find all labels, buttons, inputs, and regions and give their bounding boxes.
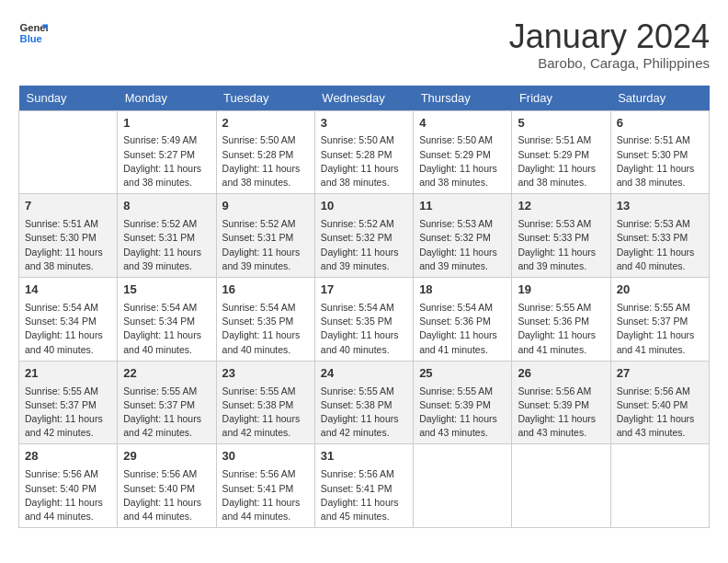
day-number: 31 xyxy=(321,448,407,465)
title-block: January 2024 Barobo, Caraga, Philippines xyxy=(509,18,710,71)
day-info: Sunrise: 5:51 AM Sunset: 5:30 PM Dayligh… xyxy=(25,217,111,273)
weekday-header-tuesday: Tuesday xyxy=(216,86,314,111)
svg-text:Blue: Blue xyxy=(20,33,42,44)
day-number: 3 xyxy=(321,115,407,132)
day-info: Sunrise: 5:52 AM Sunset: 5:31 PM Dayligh… xyxy=(123,217,210,273)
day-number: 19 xyxy=(518,282,604,299)
calendar-cell: 12Sunrise: 5:53 AM Sunset: 5:33 PM Dayli… xyxy=(512,194,610,278)
calendar-cell: 6Sunrise: 5:51 AM Sunset: 5:30 PM Daylig… xyxy=(610,110,709,194)
day-info: Sunrise: 5:52 AM Sunset: 5:31 PM Dayligh… xyxy=(222,217,309,273)
calendar-cell: 18Sunrise: 5:54 AM Sunset: 5:36 PM Dayli… xyxy=(414,278,512,362)
day-number: 4 xyxy=(419,115,506,132)
day-number: 6 xyxy=(617,115,703,132)
calendar-cell: 21Sunrise: 5:55 AM Sunset: 5:37 PM Dayli… xyxy=(19,361,118,444)
day-number: 15 xyxy=(123,282,210,299)
day-number: 12 xyxy=(518,198,604,215)
day-info: Sunrise: 5:54 AM Sunset: 5:36 PM Dayligh… xyxy=(419,301,506,357)
calendar-cell: 22Sunrise: 5:55 AM Sunset: 5:37 PM Dayli… xyxy=(118,361,216,444)
weekday-header-saturday: Saturday xyxy=(610,86,709,111)
calendar-body: 1Sunrise: 5:49 AM Sunset: 5:27 PM Daylig… xyxy=(19,110,710,528)
day-number: 18 xyxy=(419,282,506,299)
calendar-cell: 15Sunrise: 5:54 AM Sunset: 5:34 PM Dayli… xyxy=(118,278,216,362)
calendar-header: SundayMondayTuesdayWednesdayThursdayFrid… xyxy=(19,86,710,111)
day-info: Sunrise: 5:55 AM Sunset: 5:38 PM Dayligh… xyxy=(321,385,407,441)
day-info: Sunrise: 5:50 AM Sunset: 5:29 PM Dayligh… xyxy=(419,133,506,190)
day-number: 10 xyxy=(321,198,407,215)
day-info: Sunrise: 5:56 AM Sunset: 5:40 PM Dayligh… xyxy=(25,467,111,523)
day-info: Sunrise: 5:54 AM Sunset: 5:35 PM Dayligh… xyxy=(321,301,407,357)
calendar-cell: 2Sunrise: 5:50 AM Sunset: 5:28 PM Daylig… xyxy=(216,110,314,194)
calendar-cell: 31Sunrise: 5:56 AM Sunset: 5:41 PM Dayli… xyxy=(314,444,413,528)
page-header: General Blue January 2024 Barobo, Caraga… xyxy=(18,18,710,71)
day-number: 20 xyxy=(617,282,703,299)
calendar-cell: 16Sunrise: 5:54 AM Sunset: 5:35 PM Dayli… xyxy=(216,278,314,362)
week-row-1: 1Sunrise: 5:49 AM Sunset: 5:27 PM Daylig… xyxy=(19,110,710,194)
calendar-cell: 10Sunrise: 5:52 AM Sunset: 5:32 PM Dayli… xyxy=(314,194,413,278)
day-number: 28 xyxy=(25,448,111,465)
day-number: 2 xyxy=(222,115,309,132)
calendar-title: January 2024 xyxy=(509,18,710,55)
weekday-header-thursday: Thursday xyxy=(414,86,512,111)
calendar-subtitle: Barobo, Caraga, Philippines xyxy=(509,55,710,71)
day-info: Sunrise: 5:56 AM Sunset: 5:40 PM Dayligh… xyxy=(617,385,703,441)
calendar-cell: 29Sunrise: 5:56 AM Sunset: 5:40 PM Dayli… xyxy=(118,444,216,528)
logo-icon: General Blue xyxy=(18,18,48,48)
calendar-cell: 27Sunrise: 5:56 AM Sunset: 5:40 PM Dayli… xyxy=(610,361,709,444)
day-info: Sunrise: 5:53 AM Sunset: 5:33 PM Dayligh… xyxy=(518,217,604,273)
week-row-2: 7Sunrise: 5:51 AM Sunset: 5:30 PM Daylig… xyxy=(19,194,710,278)
week-row-3: 14Sunrise: 5:54 AM Sunset: 5:34 PM Dayli… xyxy=(19,278,710,362)
day-info: Sunrise: 5:55 AM Sunset: 5:38 PM Dayligh… xyxy=(222,385,309,441)
day-number: 17 xyxy=(321,282,407,299)
calendar-cell xyxy=(19,110,118,194)
calendar-cell xyxy=(414,444,512,528)
day-info: Sunrise: 5:56 AM Sunset: 5:39 PM Dayligh… xyxy=(518,385,604,441)
day-number: 5 xyxy=(518,115,604,132)
day-number: 23 xyxy=(222,365,309,383)
calendar-cell: 11Sunrise: 5:53 AM Sunset: 5:32 PM Dayli… xyxy=(414,194,512,278)
day-number: 16 xyxy=(222,282,309,299)
day-info: Sunrise: 5:54 AM Sunset: 5:34 PM Dayligh… xyxy=(25,301,111,357)
day-info: Sunrise: 5:53 AM Sunset: 5:33 PM Dayligh… xyxy=(617,217,703,273)
calendar-cell xyxy=(512,444,610,528)
weekday-header-row: SundayMondayTuesdayWednesdayThursdayFrid… xyxy=(19,86,710,111)
weekday-header-sunday: Sunday xyxy=(19,86,118,111)
calendar-cell: 17Sunrise: 5:54 AM Sunset: 5:35 PM Dayli… xyxy=(314,278,413,362)
svg-text:General: General xyxy=(20,22,48,33)
logo: General Blue xyxy=(18,18,48,48)
calendar-cell: 19Sunrise: 5:55 AM Sunset: 5:36 PM Dayli… xyxy=(512,278,610,362)
calendar-cell: 9Sunrise: 5:52 AM Sunset: 5:31 PM Daylig… xyxy=(216,194,314,278)
week-row-5: 28Sunrise: 5:56 AM Sunset: 5:40 PM Dayli… xyxy=(19,444,710,528)
day-info: Sunrise: 5:55 AM Sunset: 5:39 PM Dayligh… xyxy=(419,385,506,441)
day-number: 29 xyxy=(123,448,210,465)
day-number: 24 xyxy=(321,365,407,383)
day-number: 11 xyxy=(419,198,506,215)
day-info: Sunrise: 5:55 AM Sunset: 5:36 PM Dayligh… xyxy=(518,301,604,357)
day-info: Sunrise: 5:53 AM Sunset: 5:32 PM Dayligh… xyxy=(419,217,506,273)
weekday-header-friday: Friday xyxy=(512,86,610,111)
calendar-cell: 1Sunrise: 5:49 AM Sunset: 5:27 PM Daylig… xyxy=(118,110,216,194)
calendar-cell: 25Sunrise: 5:55 AM Sunset: 5:39 PM Dayli… xyxy=(414,361,512,444)
calendar-cell: 8Sunrise: 5:52 AM Sunset: 5:31 PM Daylig… xyxy=(118,194,216,278)
calendar-cell: 24Sunrise: 5:55 AM Sunset: 5:38 PM Dayli… xyxy=(314,361,413,444)
day-info: Sunrise: 5:54 AM Sunset: 5:34 PM Dayligh… xyxy=(123,301,210,357)
calendar-cell: 23Sunrise: 5:55 AM Sunset: 5:38 PM Dayli… xyxy=(216,361,314,444)
day-info: Sunrise: 5:55 AM Sunset: 5:37 PM Dayligh… xyxy=(123,385,210,441)
day-number: 27 xyxy=(617,365,703,383)
calendar-cell: 3Sunrise: 5:50 AM Sunset: 5:28 PM Daylig… xyxy=(314,110,413,194)
day-number: 26 xyxy=(518,365,604,383)
day-info: Sunrise: 5:56 AM Sunset: 5:41 PM Dayligh… xyxy=(321,467,407,523)
day-info: Sunrise: 5:50 AM Sunset: 5:28 PM Dayligh… xyxy=(321,133,407,190)
day-info: Sunrise: 5:56 AM Sunset: 5:40 PM Dayligh… xyxy=(123,467,210,523)
day-number: 14 xyxy=(25,282,111,299)
day-info: Sunrise: 5:52 AM Sunset: 5:32 PM Dayligh… xyxy=(321,217,407,273)
day-number: 7 xyxy=(25,198,111,215)
day-number: 22 xyxy=(123,365,210,383)
day-number: 25 xyxy=(419,365,506,383)
calendar-cell: 28Sunrise: 5:56 AM Sunset: 5:40 PM Dayli… xyxy=(19,444,118,528)
calendar-table: SundayMondayTuesdayWednesdayThursdayFrid… xyxy=(18,86,710,529)
day-info: Sunrise: 5:54 AM Sunset: 5:35 PM Dayligh… xyxy=(222,301,309,357)
day-number: 9 xyxy=(222,198,309,215)
calendar-cell: 26Sunrise: 5:56 AM Sunset: 5:39 PM Dayli… xyxy=(512,361,610,444)
day-number: 8 xyxy=(123,198,210,215)
day-number: 1 xyxy=(123,115,210,132)
